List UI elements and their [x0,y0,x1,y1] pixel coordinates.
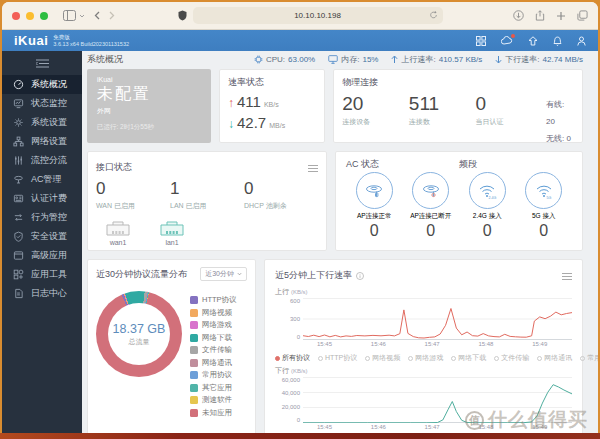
sidebar-item-logs[interactable]: 日志中心 [2,284,82,303]
wifi-5g-icon: 5G [525,172,562,209]
rate-chart-card: 近5分钟上下行速率 上行 (KB/s) 6003000 1 [264,259,583,433]
svg-text:5G: 5G [546,196,551,200]
ap-icon [13,174,24,185]
downlink-stat: 下行速率: 42.74 MB/s [495,54,583,65]
cpu-stat: CPU: 63.00% [254,55,315,64]
reload-icon[interactable] [429,10,438,22]
time-range-select[interactable]: 近30分钟 [200,267,247,281]
tools-icon [13,269,24,280]
card-menu-icon[interactable] [562,266,572,284]
browser-toolbar: 10.10.10.198 [2,2,598,30]
sidebar-item-gear[interactable]: 系统设置 [2,113,82,132]
physical-connection-card: 物理连接 20 连接设备 511 连接数 0 [333,69,583,143]
uplink-stat: 上行速率: 410.57 KB/s [391,54,482,65]
sidebar-item-monitor[interactable]: 状态监控 [2,94,82,113]
close-window-button[interactable] [12,12,20,20]
legend-item[interactable]: 测速软件 [190,395,237,405]
sidebar: 系统概况状态监控系统设置网络设置流控分流AC管理认证计费行为管控安全设置高级应用… [2,51,82,433]
back-button[interactable] [94,11,100,20]
upload-y-axis: 6003000 [275,298,303,340]
legend-dot [494,356,499,361]
x-tick: 15:46 [371,424,386,430]
chart-legend-item[interactable]: 所有协议 [275,353,310,363]
wifi-24g-icon: 2.4G [469,172,506,209]
new-tab-icon[interactable] [556,10,566,21]
legend-swatch [190,296,198,304]
share-icon[interactable] [535,10,545,21]
chart-legend-item[interactable]: 常用协... [580,353,598,363]
privacy-shield-icon[interactable] [178,10,187,21]
y-tick: 40,000 [282,390,300,396]
chart-legend-item[interactable]: 网络下载 [451,353,486,363]
y-tick: 20,000 [282,404,300,410]
upgrade-icon[interactable] [528,36,538,46]
port-lan1: lan1 [154,219,190,246]
network-icon [13,136,24,147]
lan-enabled-stat: 1 LAN 已启用 [170,180,244,211]
logs-icon [13,288,24,299]
sidebar-item-idcard[interactable]: 认证计费 [2,189,82,208]
band-5g-item: 5G 5G 接入 0 [516,172,573,244]
legend-item[interactable]: 网络视频 [190,308,237,318]
gear-icon [13,117,24,128]
ap-online-item: AP连接正常 0 [346,172,403,244]
down-arrow-icon: ↓ [228,117,234,131]
sidebar-item-appwindow[interactable]: 高级应用 [2,246,82,265]
chart-legend-item[interactable]: 网络游戏 [408,353,443,363]
legend-dot [408,356,413,361]
x-tick: 15:45 [317,424,332,430]
legend-item[interactable]: 常用协议 [190,370,237,380]
legend-item[interactable]: 网络游戏 [190,320,237,330]
chart-legend-item[interactable]: HTTP协议 [318,353,357,363]
bell-icon[interactable] [553,36,562,46]
sidebar-item-network[interactable]: 网络设置 [2,132,82,151]
band-title: 频段 [459,158,572,172]
legend-item[interactable]: HTTP协议 [190,295,237,305]
legend-swatch [190,371,198,379]
legend-item[interactable]: 网络通讯 [190,358,237,368]
sidebar-toggle-icon[interactable] [63,10,76,21]
build-label: 3.6.13 x64 Build202301131532 [53,41,129,48]
user-icon[interactable] [577,36,586,46]
port-wan1: wan1 [100,219,136,246]
legend-item[interactable]: 其它应用 [190,383,237,393]
cloud-icon[interactable] [501,36,513,45]
legend-dot [537,356,542,361]
sidebar-item-shield[interactable]: 安全设置 [2,227,82,246]
x-tick: 15:47 [425,424,440,430]
legend-item[interactable]: 文件传输 [190,345,237,355]
legend-item[interactable]: 未知应用 [190,408,237,418]
interface-status-card: 接口状态 0 WAN 已启用 1 LAN 已启用 [87,151,327,251]
sidebar-item-sliders[interactable]: 流控分流 [2,151,82,170]
chart-legend-item[interactable]: 网络视频 [365,353,400,363]
memory-stat: 内存: 15% [328,54,378,65]
up-arrow-icon [391,55,398,64]
address-bar[interactable]: 10.10.10.198 [193,7,443,24]
sidebar-item-ap[interactable]: AC管理 [2,170,82,189]
legend-dot [365,356,370,361]
legend-item[interactable]: 网络下载 [190,333,237,343]
band-24g-item: 2.4G 2.4G 接入 0 [459,172,516,244]
apps-grid-icon[interactable] [476,36,486,46]
device-line: 外网 [97,106,201,116]
dhcp-pool-stat: 0 DHCP 池剩余 [244,180,318,211]
sidebar-item-swap[interactable]: 行为管控 [2,208,82,227]
downloads-icon[interactable] [513,10,524,21]
info-icon[interactable] [356,266,364,284]
wired-count: 有线: 20 [546,97,574,131]
sidebar-collapse-button[interactable] [2,51,82,75]
chevron-down-icon[interactable] [79,14,85,18]
chart-legend-item[interactable]: 文件传输 [494,353,529,363]
device-status-card: iKuai 未配置 外网 已运行: 2时1分55秒 [87,69,211,143]
zoom-window-button[interactable] [40,12,48,20]
card-menu-icon[interactable] [308,158,318,176]
wired-wireless-summary: 有线: 20 无线: 0 [546,94,574,147]
chart-legend: 所有协议HTTP协议网络视频网络游戏网络下载文件传输网络通讯常用协...∧1/2… [275,353,572,363]
sidebar-item-tools[interactable]: 应用工具 [2,265,82,284]
legend-dot [318,356,323,361]
breadcrumb: 系统概况 [87,53,123,66]
tab-overview-icon[interactable] [577,10,588,21]
minimize-window-button[interactable] [26,12,34,20]
sidebar-item-dashboard[interactable]: 系统概况 [2,75,82,94]
chart-legend-item[interactable]: 网络通讯 [537,353,572,363]
